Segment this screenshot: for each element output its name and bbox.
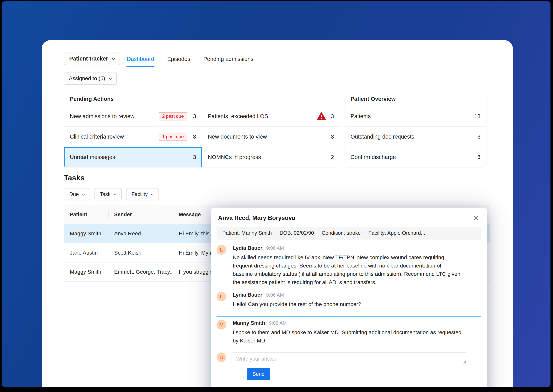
tab-episodes[interactable]: Episodes [167, 52, 191, 67]
close-icon[interactable]: × [472, 215, 480, 221]
assigned-to-label: Assigned to (5) [69, 75, 105, 82]
patient-tracker-menu-button[interactable]: Patient tracker [64, 52, 120, 65]
overview-count: 13 [474, 113, 481, 119]
avatar: L [217, 245, 226, 255]
message-timestamp: 9:06 AM [266, 292, 284, 298]
message-timestamp: 9:06 AM [269, 320, 287, 326]
message-timestamp: 9:06 AM [266, 245, 284, 251]
past-due-badge: 1 past due [159, 133, 187, 141]
resize-handle-icon[interactable] [463, 360, 466, 364]
chat-title: Anva Reed, Mary Borysova [218, 215, 295, 221]
overview-doc-requests[interactable]: Outstanding doc requests 3 [345, 126, 486, 147]
chevron-down-icon [82, 192, 85, 196]
chevron-down-icon [112, 56, 115, 60]
tab-bar: Dashboard Episodes Pending admissions [127, 52, 491, 67]
patient-overview-title: Patient Overview [345, 92, 486, 106]
facility-filter-button[interactable]: Facility [126, 188, 159, 200]
chat-message: M Manny Smith 9:06 AM I spoke to them an… [217, 320, 481, 345]
chevron-down-icon [151, 192, 154, 196]
avatar: U [217, 352, 226, 362]
action-count: 2 [330, 154, 334, 160]
summary-panels: Pending Actions New admissions to review… [64, 92, 490, 168]
assigned-to-filter-button[interactable]: Assigned to (5) [64, 72, 117, 85]
info-dob: DOB: 02/02/90 [280, 230, 314, 236]
task-filters: Due Task Facility [64, 188, 490, 200]
overview-count: 3 [476, 133, 481, 140]
reply-input[interactable] [232, 352, 467, 365]
action-new-admissions[interactable]: New admissions to review 2 past due 3 [64, 106, 202, 126]
warning-icon [317, 112, 326, 120]
patient-info-bar: Patient: Manny Smith DOB: 02/02/90 Condi… [217, 227, 481, 239]
chat-panel: Anva Reed, Mary Borysova × Patient: Mann… [211, 208, 487, 387]
top-navigation: Patient tracker Dashboard Episodes Pendi… [64, 52, 490, 67]
action-count: 3 [330, 133, 334, 140]
action-new-documents[interactable]: New documents to view 3 [202, 126, 340, 147]
action-count: 3 [192, 154, 196, 160]
chevron-down-icon [113, 192, 117, 196]
action-clinical-criteria[interactable]: Clinical criteria review 1 past due 3 [64, 126, 202, 147]
overview-count: 3 [476, 154, 481, 160]
chat-message: L Lydia Bauer 9:06 AM No skilled needs r… [217, 245, 481, 286]
tab-pending-admissions[interactable]: Pending admissions [203, 52, 254, 67]
unread-messages-divider [217, 316, 481, 317]
message-text: Hello! Can you provide the rest of the p… [233, 300, 463, 308]
overview-patients[interactable]: Patients 13 [345, 106, 486, 126]
action-count: 3 [192, 133, 196, 140]
column-header-sender: Sender [108, 205, 173, 224]
info-condition: Condition: stroke [322, 230, 361, 236]
column-header-patient: Patient [64, 205, 108, 224]
info-facility: Facility: Apple Orchard... [369, 230, 425, 236]
due-filter-button[interactable]: Due [64, 188, 90, 200]
tasks-section-title: Tasks [64, 174, 490, 182]
info-patient: Patient: Manny Smith [222, 230, 272, 236]
message-sender-name: Manny Smith [233, 320, 265, 326]
action-exceeded-los[interactable]: Patients, exceeded LOS 3 [202, 106, 340, 126]
avatar: L [217, 292, 226, 301]
message-sender-name: Lydia Bauer [233, 245, 262, 251]
chat-message: L Lydia Bauer 9:06 AM Hello! Can you pro… [217, 292, 481, 308]
avatar: M [217, 320, 226, 329]
message-sender-name: Lydia Bauer [233, 292, 262, 298]
app-background: Patient tracker Dashboard Episodes Pendi… [2, 1, 551, 387]
past-due-badge: 2 past due [159, 112, 187, 120]
tab-dashboard[interactable]: Dashboard [127, 52, 155, 67]
pending-actions-title: Pending Actions [64, 92, 340, 106]
patient-tracker-label: Patient tracker [69, 56, 108, 62]
send-button[interactable]: Send [247, 368, 270, 380]
action-nomncs[interactable]: NOMNCs in progress 2 [202, 147, 340, 167]
message-text: No skilled needs required like IV abx, N… [233, 253, 463, 286]
chevron-down-icon [108, 76, 112, 80]
screen-frame: Patient tracker Dashboard Episodes Pendi… [0, 0, 553, 392]
action-count: 3 [330, 113, 334, 119]
task-filter-button[interactable]: Task [94, 188, 122, 200]
patient-overview-panel: Patient Overview Patients 13 Outstanding… [345, 92, 487, 168]
reply-composer: U Send [217, 352, 481, 380]
action-count: 3 [192, 113, 196, 119]
chat-header: Anva Reed, Mary Borysova × [217, 215, 481, 221]
overview-confirm-discharge[interactable]: Confirm discharge 3 [345, 147, 486, 167]
pending-actions-grid: New admissions to review 2 past due 3 Pa… [64, 106, 340, 167]
pending-actions-panel: Pending Actions New admissions to review… [64, 92, 340, 168]
message-text: I spoke to them and MD spoke to Kaiser M… [233, 328, 463, 345]
action-unread-messages[interactable]: Unread messages 3 [64, 147, 202, 167]
